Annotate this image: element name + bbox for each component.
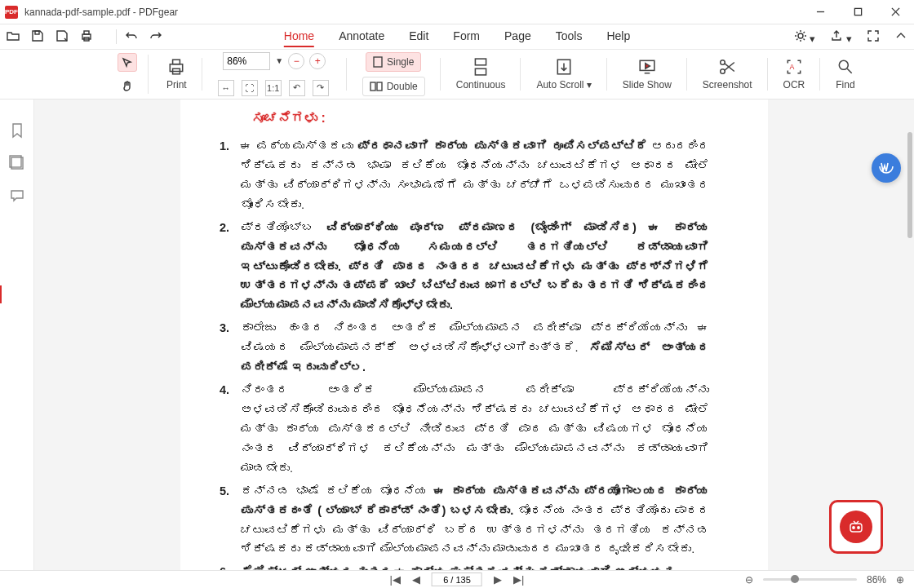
zoom-slider[interactable] (763, 578, 857, 581)
printer-icon (167, 58, 185, 76)
document-viewport[interactable]: ಸೂಚನೆಗಳು : ಈ ಪಠ್ಯಪುಸ್ತಕವು ಪ್ರಧಾನವಾಗಿ ಕಾರ… (34, 99, 914, 570)
single-view-button[interactable]: Single (366, 52, 421, 72)
ocr-icon: A (785, 58, 803, 76)
menu-home[interactable]: Home (284, 26, 314, 47)
zoom-value-label: 86% (867, 574, 886, 586)
share-icon[interactable]: ▾ (830, 29, 852, 45)
double-view-button[interactable]: Double (362, 77, 425, 96)
doc-list-item-text: ನಿರಂತರ ಆಂತರಿಕ ಮೌಲ್ಯಮಾಪನ ಪರೀಕ್ಷಾ ಪ್ರಕ್ರಿಯ… (241, 381, 709, 479)
titlebar: PDF kannada-pdf-sample.pdf - PDFgear (0, 0, 914, 24)
doc-list-item: ಈ ಪಠ್ಯಪುಸ್ತಕವು ಪ್ರಧಾನವಾಗಿ ಕಾರ್ಯ ಪುಸ್ತಕವಾ… (220, 137, 709, 215)
window-controls (801, 0, 914, 24)
fullscreen-icon[interactable] (867, 29, 880, 45)
page-navigation: |◀ ◀ ▶ ▶| (390, 573, 525, 586)
bookmark-icon[interactable] (9, 122, 25, 139)
select-tool[interactable] (118, 53, 137, 72)
print-label[interactable]: Print (166, 79, 187, 91)
continuous-icon (472, 58, 490, 76)
ai-bot-button[interactable] (829, 500, 883, 554)
svg-rect-25 (850, 524, 862, 532)
statusbar: |◀ ◀ ▶ ▶| ⊖ 86% ⊕ (0, 570, 914, 588)
slideshow-label: Slide Show (623, 79, 672, 91)
menubar: Home Annotate Edit Form Page Tools Help … (0, 24, 914, 49)
autoscroll-icon (555, 58, 573, 76)
zoom-in-button[interactable]: + (309, 53, 326, 69)
hand-tool[interactable] (118, 77, 137, 95)
scissors-icon (718, 58, 736, 76)
collapse-ribbon-icon[interactable] (894, 29, 907, 45)
word-convert-button[interactable] (872, 153, 901, 183)
menu-page[interactable]: Page (504, 26, 531, 47)
save-icon[interactable] (31, 29, 44, 45)
fit-width-icon[interactable]: ↔ (218, 80, 234, 96)
window-title: kannada-pdf-sample.pdf - PDFgear (24, 7, 801, 18)
continuous-label: Continuous (456, 79, 506, 91)
zoom-out-status-button[interactable]: ⊖ (745, 574, 753, 586)
fit-page-icon[interactable]: ⛶ (242, 80, 258, 96)
zoom-input[interactable] (223, 52, 270, 70)
menu-help[interactable]: Help (606, 26, 630, 47)
open-icon[interactable] (7, 29, 20, 45)
doc-list-item-text: ಈ ಪಠ್ಯಪುಸ್ತಕವು ಪ್ರಧಾನವಾಗಿ ಕಾರ್ಯ ಪುಸ್ತಕವಾ… (241, 137, 709, 215)
ocr-label: OCR (783, 79, 805, 91)
doc-list-item-text: ಸೆಮಿಸ್ಟರ್ ಅಂತ್ಯದ ನಂತರ ಈ ಕಾರ್ಯ ಪುಸ್ತಕವನ್ನ… (241, 563, 709, 570)
next-page-button[interactable]: ▶ (494, 573, 502, 586)
print-icon[interactable] (80, 29, 93, 45)
doc-list-item-text: ಪ್ರತಿಯೊಬ್ಬ ವಿದ್ಯಾರ್ಥಿಯು ಪೂರ್ಣ ಪ್ರಮಾಣದ (ಬ… (241, 219, 709, 316)
rotate-left-icon[interactable]: ↶ (289, 80, 305, 96)
screenshot-label: Screenshot (703, 79, 752, 91)
doc-list-item-text: ಕನ್ನಡ ಭಾಷೆ ಕಲಿಕೆಯ ಬೋಧನೆಯ ಈ ಕಾರ್ಯ ಪುಸ್ತಕವ… (241, 482, 709, 560)
app-icon: PDF (5, 6, 18, 19)
rotate-right-icon[interactable]: ↷ (313, 80, 329, 96)
svg-point-8 (798, 33, 803, 38)
screenshot-group[interactable]: Screenshot (694, 50, 761, 99)
maximize-button[interactable] (839, 0, 876, 24)
doc-list-item-text: ಕಾಲೇಜು ಹಂತದ ನಿರಂತರ ಆಂತರಿಕ ಮೌಲ್ಯಮಾಪನ ಪರೀಕ… (241, 319, 709, 378)
document-page: ಸೂಚನೆಗಳು : ಈ ಪಠ್ಯಪುಸ್ತಕವು ಪ್ರಧಾನವಾಗಿ ಕಾರ… (180, 99, 768, 570)
autoscroll-group[interactable]: Auto Scroll ▾ (528, 50, 599, 99)
svg-rect-15 (475, 59, 486, 65)
doc-list-item: ಪ್ರತಿಯೊಬ್ಬ ವಿದ್ಯಾರ್ಥಿಯು ಪೂರ್ಣ ಪ್ರಮಾಣದ (ಬ… (220, 219, 709, 316)
svg-rect-1 (854, 8, 861, 15)
first-page-button[interactable]: |◀ (390, 573, 401, 586)
svg-rect-6 (84, 31, 89, 34)
menu-annotate[interactable]: Annotate (339, 26, 384, 47)
ribbon: Print ▼ − + ↔ ⛶ 1:1 ↶ ↷ Single Double Co… (0, 49, 914, 99)
last-page-button[interactable]: ▶| (513, 573, 524, 586)
page-number-input[interactable] (432, 573, 482, 586)
close-button[interactable] (876, 0, 914, 24)
redo-icon[interactable] (149, 29, 162, 45)
minimize-button[interactable] (801, 0, 839, 24)
svg-point-19 (721, 60, 725, 65)
save-as-icon[interactable] (55, 29, 69, 45)
svg-rect-14 (377, 82, 382, 91)
menu-tools[interactable]: Tools (556, 26, 583, 47)
search-icon (836, 58, 854, 76)
doc-list-item: ನಿರಂತರ ಆಂತರಿಕ ಮೌಲ್ಯಮಾಪನ ಪರೀಕ್ಷಾ ಪ್ರಕ್ರಿಯ… (220, 381, 709, 479)
doc-list: ಈ ಪಠ್ಯಪುಸ್ತಕವು ಪ್ರಧಾನವಾಗಿ ಕಾರ್ಯ ಪುಸ್ತಕವಾ… (220, 137, 709, 570)
undo-icon[interactable] (125, 29, 138, 45)
svg-rect-9 (171, 64, 183, 72)
ocr-group[interactable]: A OCR (775, 50, 814, 99)
slideshow-group[interactable]: Slide Show (615, 50, 680, 99)
prev-page-button[interactable]: ◀ (412, 573, 420, 586)
vertical-scrollbar[interactable] (906, 104, 912, 565)
menu-edit[interactable]: Edit (409, 26, 428, 47)
menu-form[interactable]: Form (453, 26, 480, 47)
find-group[interactable]: Find (827, 50, 863, 99)
svg-point-26 (853, 527, 854, 528)
thumbnails-icon[interactable] (9, 155, 25, 171)
theme-icon[interactable]: ▾ (794, 29, 816, 45)
continuous-group[interactable]: Continuous (448, 50, 514, 99)
actual-size-icon[interactable]: 1:1 (265, 80, 282, 96)
svg-point-20 (721, 69, 725, 74)
zoom-out-button[interactable]: − (288, 53, 304, 69)
view-mode-group: Single Double (354, 50, 433, 99)
doc-list-item: ಕನ್ನಡ ಭಾಷೆ ಕಲಿಕೆಯ ಬೋಧನೆಯ ಈ ಕಾರ್ಯ ಪುಸ್ತಕವ… (220, 482, 709, 560)
print-group: Print (158, 50, 195, 99)
comments-icon[interactable] (9, 188, 25, 204)
scrollbar-thumb[interactable] (907, 132, 912, 238)
zoom-in-status-button[interactable]: ⊕ (896, 574, 904, 586)
slideshow-icon (638, 58, 656, 76)
left-sidebar (0, 99, 34, 570)
